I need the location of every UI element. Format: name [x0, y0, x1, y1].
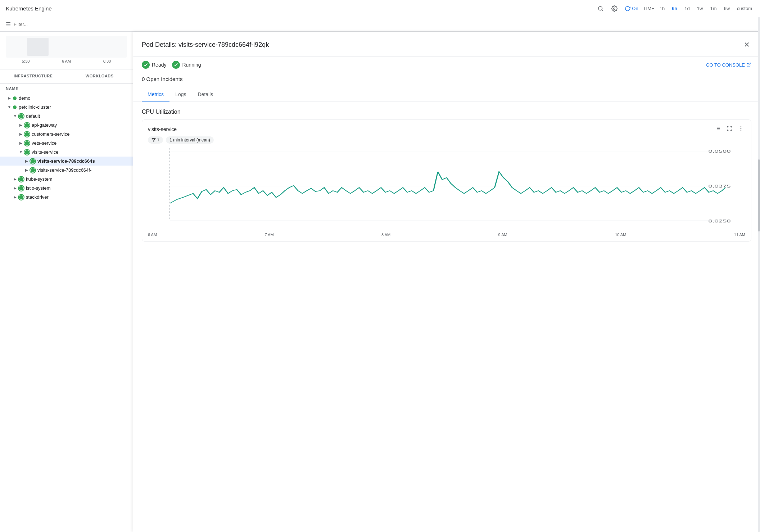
right-panel: Pod Details: visits-service-789cdc664f-l…: [133, 32, 760, 532]
tree-label-vets-service: vets-service: [32, 140, 56, 146]
interval-tag[interactable]: 1 min interval (mean): [166, 136, 214, 144]
tree-label-petclinic: petclinic-cluster: [19, 104, 51, 110]
ready-icon: [142, 61, 150, 69]
pod-header: Pod Details: visits-service-789cdc664f-l…: [133, 32, 760, 57]
x-label-11am: 11 AM: [734, 233, 745, 237]
tree-status-petclinic: [13, 105, 17, 109]
chart-filter-tag[interactable]: 7: [148, 136, 163, 144]
chart-tags: 7 1 min interval (mean): [142, 136, 751, 148]
mini-time-6am: 6 AM: [62, 59, 71, 63]
time-label: TIME: [643, 6, 655, 11]
tree-item-visits-service[interactable]: ▼ visits-service: [0, 148, 133, 157]
tree-arrow-demo: ▶: [6, 96, 13, 100]
filterbar: ☰: [0, 17, 760, 32]
mini-chart: [6, 36, 127, 58]
tab-details[interactable]: Details: [192, 88, 219, 102]
status-ready: Ready: [142, 61, 166, 69]
x-label-10am: 10 AM: [615, 233, 626, 237]
filter-input[interactable]: [14, 22, 754, 27]
tree-item-vets-service[interactable]: ▶ vets-service: [0, 139, 133, 148]
tree-column-header: NAME: [0, 84, 133, 94]
chart-expand-button[interactable]: [725, 125, 734, 134]
topbar: Kubernetes Engine On TIME 1h 6h 1d 1w 1m…: [0, 0, 760, 17]
filter-icon: ☰: [6, 21, 11, 28]
settings-button[interactable]: [609, 3, 620, 14]
time-1d[interactable]: 1d: [682, 4, 692, 13]
x-label-9am: 9 AM: [498, 233, 507, 237]
svg-marker-14: [152, 139, 155, 142]
tree-label-visits-service: visits-service: [32, 149, 58, 155]
time-1m[interactable]: 1m: [708, 4, 719, 13]
scrollbar[interactable]: [758, 32, 760, 532]
left-tabs: INFRASTRUCTURE WORKLOADS: [0, 69, 133, 84]
tab-workloads[interactable]: WORKLOADS: [67, 69, 133, 83]
tree-arrow-petclinic: ▼: [6, 105, 13, 109]
tab-metrics[interactable]: Metrics: [142, 88, 169, 102]
ready-label: Ready: [152, 62, 166, 68]
svg-line-1: [602, 10, 603, 11]
running-label: Running: [182, 62, 201, 68]
tree-item-demo[interactable]: ▶ demo: [0, 94, 133, 103]
chart-svg-area: 0.0500 0.0375 0.0250: [142, 148, 751, 231]
svg-point-2: [614, 8, 615, 9]
app-title: Kubernetes Engine: [6, 5, 52, 12]
tree-label-stackdriver: stackdriver: [26, 194, 49, 200]
chart-more-button[interactable]: [737, 125, 745, 134]
chart-header: visits-service: [142, 120, 751, 136]
tree-arrow-vets: ▶: [17, 141, 24, 145]
x-label-8am: 8 AM: [381, 233, 390, 237]
scrollbar-thumb[interactable]: [758, 159, 760, 231]
tree-arrow-api-gateway: ▶: [17, 123, 24, 127]
time-6h[interactable]: 6h: [670, 4, 679, 13]
time-1h[interactable]: 1h: [657, 4, 667, 13]
time-6w[interactable]: 6w: [721, 4, 732, 13]
tree-label-visits-pod-1: visits-service-789cdc664s: [37, 158, 95, 164]
chart-header-icons: [714, 125, 745, 134]
tree-label-istio-system: istio-system: [26, 185, 51, 191]
tree-item-petclinic[interactable]: ▼ petclinic-cluster: [0, 103, 133, 112]
running-icon: [172, 61, 180, 69]
tree-item-visits-pod-1[interactable]: ▶ visits-service-789cdc664s: [0, 157, 133, 166]
interval-label: 1 min interval (mean): [169, 137, 210, 143]
tree-arrow-default: ▼: [12, 114, 19, 118]
tab-logs[interactable]: Logs: [169, 88, 192, 102]
status-running: Running: [172, 61, 201, 69]
filter-count: 7: [157, 138, 159, 142]
mini-time-630: 6:30: [103, 59, 111, 63]
console-link[interactable]: GO TO CONSOLE: [706, 62, 751, 68]
tree-status-demo: [13, 96, 17, 100]
chart-title: visits-service: [148, 126, 177, 132]
tab-infrastructure[interactable]: INFRASTRUCTURE: [0, 69, 67, 83]
tree-arrow-istio: ▶: [12, 186, 19, 190]
tree-item-stackdriver[interactable]: ▶ stackdriver: [0, 193, 133, 202]
incidents-count: 0 Open Incidents: [133, 73, 760, 88]
pod-title: Pod Details: visits-service-789cdc664f-l…: [142, 41, 269, 49]
x-label-6am: 6 AM: [148, 233, 157, 237]
detail-tabs: Metrics Logs Details: [133, 88, 760, 102]
tree-item-visits-pod-2[interactable]: ▶ visits-service-789cdc664f-: [0, 166, 133, 175]
status-row: Ready Running GO TO CONSOLE: [133, 57, 760, 73]
svg-line-4: [748, 63, 751, 65]
time-1w[interactable]: 1w: [695, 4, 705, 13]
search-button[interactable]: [595, 3, 606, 14]
svg-rect-3: [27, 38, 48, 56]
tree-item-istio-system[interactable]: ▶ istio-system: [0, 184, 133, 193]
refresh-label: On: [632, 6, 638, 11]
refresh-button[interactable]: On: [623, 4, 640, 14]
tree-item-api-gateway[interactable]: ▶ api-gateway: [0, 121, 133, 130]
tree-item-kube-system[interactable]: ▶ kube-system: [0, 175, 133, 184]
topbar-right: On TIME 1h 6h 1d 1w 1m 6w custom: [595, 3, 754, 14]
chart-list-button[interactable]: [714, 125, 722, 134]
cpu-chart-container: visits-service: [142, 120, 751, 242]
tree-label-visits-pod-2: visits-service-789cdc664f-: [37, 167, 91, 173]
close-button[interactable]: ✕: [742, 39, 751, 50]
time-custom[interactable]: custom: [735, 4, 754, 13]
svg-point-13: [741, 130, 741, 130]
tree-arrow-vpod1: ▶: [23, 159, 30, 163]
main-layout: 5:30 6 AM 6:30 INFRASTRUCTURE WORKLOADS …: [0, 32, 760, 532]
tree-item-default[interactable]: ▼ default: [0, 112, 133, 121]
tree-item-customers-service[interactable]: ▶ customers-service: [0, 130, 133, 139]
svg-point-11: [741, 127, 741, 127]
external-link-icon: [746, 62, 751, 67]
mini-chart-area: 5:30 6 AM 6:30: [0, 32, 133, 69]
